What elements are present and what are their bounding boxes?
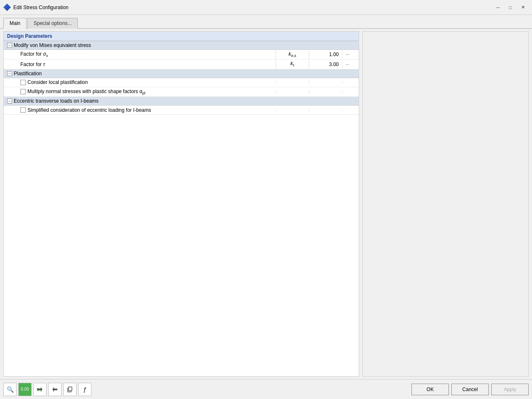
factor-sigma-x-value[interactable]: 1.00 bbox=[309, 50, 342, 59]
cancel-button[interactable]: Cancel bbox=[451, 384, 489, 395]
plastic-shape-factors-checkbox[interactable] bbox=[20, 89, 26, 94]
row-eccentric-loading: Simplified consideration of eccentric lo… bbox=[4, 106, 359, 115]
toolbar-icons: 🔍 0.00 ƒ bbox=[3, 383, 411, 396]
arrow-left-icon-button[interactable] bbox=[48, 383, 62, 396]
design-parameters-header: Design Parameters bbox=[4, 32, 359, 41]
table-icon-button[interactable]: 0.00 bbox=[18, 383, 32, 396]
row-local-plastification: Consider local plastification bbox=[4, 78, 359, 87]
arrow-right-icon-button[interactable] bbox=[33, 383, 47, 396]
local-plastification-symbol bbox=[276, 81, 309, 84]
minimize-button[interactable]: ─ bbox=[492, 3, 504, 12]
eccentric-loading-value bbox=[309, 109, 342, 111]
apply-button[interactable]: Apply bbox=[491, 384, 529, 395]
maximize-button[interactable]: □ bbox=[505, 3, 516, 12]
eccentric-loading-label: Simplified consideration of eccentric lo… bbox=[4, 106, 276, 114]
window-controls: ─ □ ✕ bbox=[492, 3, 529, 12]
section-von-mises-label: Modify von Mises equivalent stress bbox=[14, 42, 91, 48]
svg-rect-6 bbox=[69, 387, 72, 391]
factor-tau-unit: -- bbox=[342, 60, 359, 69]
search-icon-button[interactable]: 🔍 bbox=[3, 383, 17, 396]
plastic-shape-factors-label: Multiply normal stresses with plastic sh… bbox=[4, 87, 276, 96]
section-plastification: − Plastification bbox=[4, 69, 359, 78]
local-plastification-label: Consider local plastification bbox=[4, 78, 276, 86]
factor-sigma-x-unit: -- bbox=[342, 50, 359, 59]
dialog-body: Main Special options... Design Parameter… bbox=[0, 15, 532, 399]
section-plastification-label: Plastification bbox=[14, 71, 42, 76]
content-area: Design Parameters − Modify von Mises equ… bbox=[0, 29, 532, 379]
svg-marker-1 bbox=[41, 387, 42, 392]
factor-tau-symbol: kτ bbox=[276, 59, 309, 69]
factor-tau-value[interactable]: 3.00 bbox=[309, 60, 342, 69]
title-bar: Edit Stress Configuration ─ □ ✕ bbox=[0, 0, 532, 15]
row-plastic-shape-factors: Multiply normal stresses with plastic sh… bbox=[4, 87, 359, 97]
eccentric-loading-checkbox[interactable] bbox=[20, 107, 26, 113]
tab-special-options[interactable]: Special options... bbox=[27, 18, 78, 29]
left-panel: Design Parameters − Modify von Mises equ… bbox=[3, 31, 359, 377]
plastic-shape-factors-unit bbox=[342, 91, 359, 93]
svg-rect-2 bbox=[37, 388, 39, 391]
svg-rect-4 bbox=[54, 389, 57, 390]
function-icon-button[interactable]: ƒ bbox=[78, 383, 91, 396]
factor-tau-label: Factor for τ bbox=[4, 60, 276, 69]
close-button[interactable]: ✕ bbox=[517, 3, 529, 12]
row-factor-sigma-x: Factor for σx kσ,x 1.00 -- bbox=[4, 50, 359, 59]
ok-button[interactable]: OK bbox=[411, 384, 449, 395]
app-icon bbox=[3, 4, 11, 11]
plastic-shape-factors-value bbox=[309, 91, 342, 93]
right-panel bbox=[362, 31, 529, 377]
eccentric-loading-symbol bbox=[276, 109, 309, 111]
section-eccentric-label: Eccentric transverse loads on I-beams bbox=[14, 98, 99, 104]
svg-marker-3 bbox=[52, 387, 54, 392]
copy-icon-button[interactable] bbox=[63, 383, 76, 396]
plastic-shape-factors-symbol bbox=[276, 91, 309, 93]
tab-main[interactable]: Main bbox=[3, 18, 27, 29]
collapse-von-mises[interactable]: − bbox=[7, 43, 12, 48]
section-von-mises: − Modify von Mises equivalent stress bbox=[4, 41, 359, 50]
action-buttons: OK Cancel Apply bbox=[411, 384, 529, 395]
collapse-plastification[interactable]: − bbox=[7, 71, 12, 76]
tab-bar: Main Special options... bbox=[0, 15, 532, 29]
window-title: Edit Stress Configuration bbox=[13, 5, 492, 10]
local-plastification-unit bbox=[342, 81, 359, 84]
bottom-toolbar: 🔍 0.00 ƒ OK Cancel Apply bbox=[0, 379, 532, 399]
factor-sigma-x-label: Factor for σx bbox=[4, 50, 276, 59]
collapse-eccentric[interactable]: − bbox=[7, 99, 12, 103]
section-eccentric: − Eccentric transverse loads on I-beams bbox=[4, 97, 359, 106]
local-plastification-value bbox=[309, 81, 342, 84]
row-factor-tau: Factor for τ kτ 3.00 -- bbox=[4, 59, 359, 69]
eccentric-loading-unit bbox=[342, 109, 359, 111]
factor-sigma-x-symbol: kσ,x bbox=[276, 50, 309, 59]
local-plastification-checkbox[interactable] bbox=[20, 80, 26, 85]
